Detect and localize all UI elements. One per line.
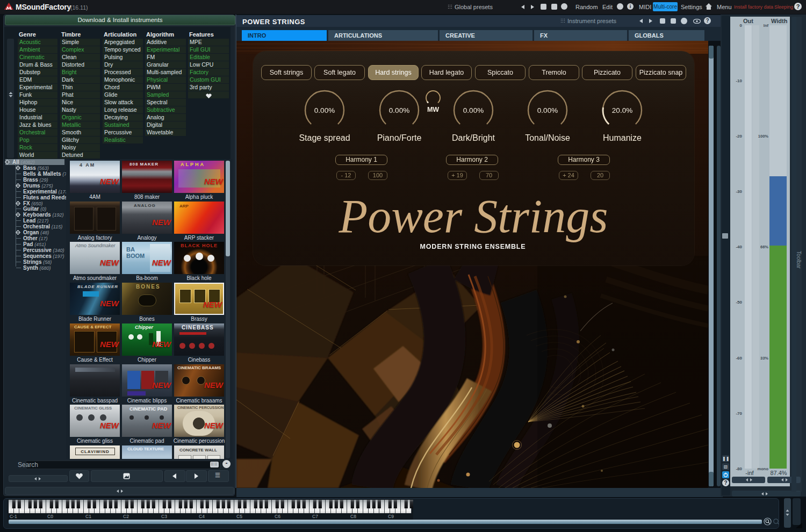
svg-text:C2: C2 xyxy=(123,514,129,519)
svg-text:C7: C7 xyxy=(312,514,318,519)
svg-text:C8: C8 xyxy=(350,514,356,519)
svg-text:C-1: C-1 xyxy=(10,514,17,519)
svg-text:C0: C0 xyxy=(47,514,53,519)
svg-text:C6: C6 xyxy=(275,514,280,519)
svg-text:C5: C5 xyxy=(236,514,242,519)
svg-text:C3: C3 xyxy=(161,514,167,519)
svg-text:C1: C1 xyxy=(85,514,91,519)
svg-text:C9: C9 xyxy=(388,514,394,519)
svg-text:C4: C4 xyxy=(199,514,205,519)
